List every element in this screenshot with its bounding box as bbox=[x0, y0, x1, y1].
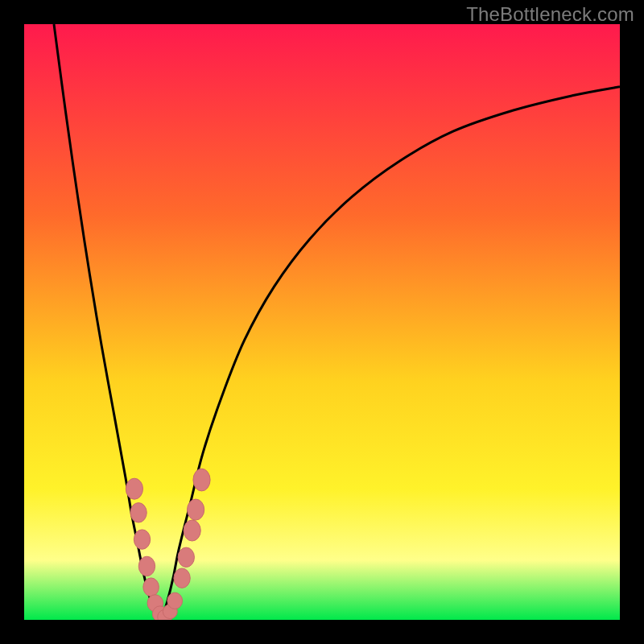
watermark-text: TheBottleneck.com bbox=[466, 3, 634, 26]
data-marker bbox=[178, 547, 194, 567]
data-markers bbox=[126, 469, 210, 620]
data-marker bbox=[138, 556, 155, 576]
data-marker bbox=[134, 530, 150, 549]
curves-layer bbox=[24, 24, 620, 620]
data-marker bbox=[193, 469, 210, 491]
data-marker bbox=[167, 592, 183, 609]
data-marker bbox=[143, 578, 159, 597]
plot-area bbox=[24, 24, 620, 620]
curve-right bbox=[161, 87, 620, 620]
data-marker bbox=[174, 568, 190, 588]
data-marker bbox=[188, 499, 204, 520]
chart-frame: TheBottleneck.com bbox=[0, 0, 644, 644]
data-marker bbox=[126, 478, 142, 499]
data-marker bbox=[184, 520, 200, 541]
data-marker bbox=[130, 503, 147, 522]
